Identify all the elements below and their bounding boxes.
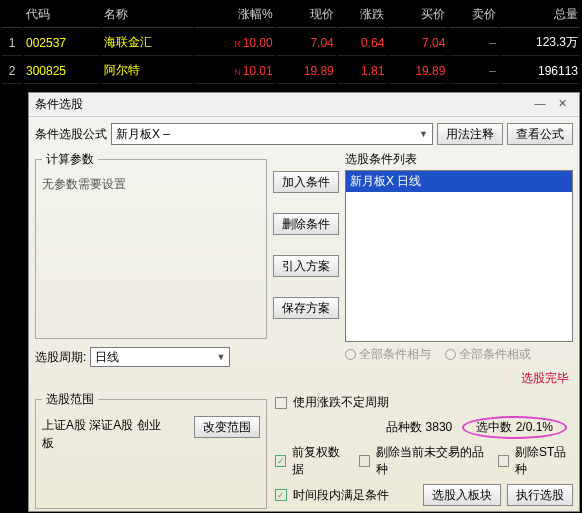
import-plan-button[interactable]: 引入方案 (273, 255, 339, 277)
col-price: 现价 (277, 2, 336, 28)
kinds-label: 品种数 (386, 420, 422, 434)
params-legend: 计算参数 (42, 151, 98, 168)
col-chg: 涨跌 (338, 2, 387, 28)
range-legend: 选股范围 (42, 391, 98, 408)
col-bid: 买价 (388, 2, 447, 28)
add-condition-button[interactable]: 加入条件 (273, 171, 339, 193)
params-fieldset: 计算参数 无参数需要设置 (35, 151, 267, 339)
range-fieldset: 选股范围 上证A股 深证A股 创业板 改变范围 (35, 391, 267, 509)
save-plan-button[interactable]: 保存方案 (273, 297, 339, 319)
table-row[interactable]: 1 002537 海联金汇 R10.00 7.04 0.64 7.04 – 12… (2, 30, 580, 56)
col-ask: 卖价 (449, 2, 498, 28)
selected-count: 2/0.1% (516, 420, 553, 434)
condition-item[interactable]: 新月板X 日线 (346, 171, 572, 192)
formula-select[interactable]: 新月板X – ▼ (111, 123, 433, 145)
checkbox-remove-st[interactable] (498, 455, 509, 467)
titlebar[interactable]: 条件选股 — ✕ (29, 93, 579, 117)
no-params-text: 无参数需要设置 (42, 176, 260, 332)
radio-and[interactable]: 全部条件相与 (345, 346, 431, 363)
stock-table: 代码 名称 涨幅% 现价 涨跌 买价 卖价 总量 1 002537 海联金汇 R… (0, 0, 582, 86)
checkbox-timerange[interactable] (275, 489, 287, 501)
change-range-button[interactable]: 改变范围 (194, 416, 260, 438)
table-header-row: 代码 名称 涨幅% 现价 涨跌 买价 卖价 总量 (2, 2, 580, 28)
checkbox-remove-notrade[interactable] (359, 455, 370, 467)
chevron-down-icon: ▼ (419, 129, 428, 139)
col-idx (2, 2, 22, 28)
flag-badge: R (231, 39, 241, 49)
view-formula-button[interactable]: 查看公式 (507, 123, 573, 145)
formula-label: 条件选股公式 (35, 126, 107, 143)
col-pct: 涨幅% (195, 2, 275, 28)
nofixed-label: 使用涨跌不定周期 (293, 394, 389, 411)
delete-condition-button[interactable]: 删除条件 (273, 213, 339, 235)
window-title: 条件选股 (35, 96, 83, 113)
stock-filter-dialog: 条件选股 — ✕ 条件选股公式 新月板X – ▼ 用法注释 查看公式 计算参数 … (28, 92, 580, 512)
col-name: 名称 (102, 2, 192, 28)
condition-list-label: 选股条件列表 (345, 151, 573, 168)
checkbox-nofixed[interactable] (275, 397, 287, 409)
selected-highlight: 选中数 2/0.1% (462, 416, 567, 439)
table-row[interactable]: 2 300825 阿尔特 N10.01 19.89 1.81 19.89 – 1… (2, 58, 580, 84)
period-select[interactable]: 日线 ▼ (90, 347, 230, 367)
close-icon[interactable]: ✕ (551, 97, 573, 113)
kinds-count: 3830 (426, 420, 453, 434)
flag-badge: N (231, 67, 241, 77)
col-code: 代码 (24, 2, 100, 28)
period-label: 选股周期: (35, 349, 86, 366)
chevron-down-icon: ▼ (216, 352, 225, 362)
checkbox-adj[interactable] (275, 455, 286, 467)
run-filter-button[interactable]: 执行选股 (507, 484, 573, 506)
radio-or[interactable]: 全部条件相或 (445, 346, 531, 363)
range-text: 上证A股 深证A股 创业板 (42, 416, 162, 452)
status-text: 选股完毕 (35, 367, 573, 387)
to-block-button[interactable]: 选股入板块 (423, 484, 501, 506)
usage-button[interactable]: 用法注释 (437, 123, 503, 145)
minimize-button[interactable]: — (529, 97, 551, 113)
condition-list[interactable]: 新月板X 日线 (345, 170, 573, 342)
col-vol: 总量 (500, 2, 580, 28)
